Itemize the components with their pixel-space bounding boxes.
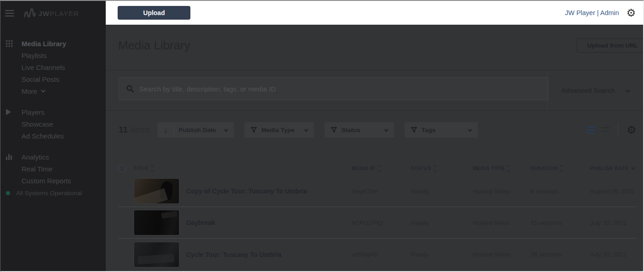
video-thumbnail[interactable] [134,178,179,204]
logo-text: JWPLAYER [38,10,79,17]
filter-media-type[interactable]: Media Type [244,122,314,138]
funnel-icon [331,127,337,133]
filter-tags[interactable]: Tags [405,122,478,138]
column-header-title[interactable]: TITLE [134,165,352,171]
page-title: Media Library [118,38,190,53]
media-publish-date: August 06, 2021 [590,188,636,195]
account-link[interactable]: JW Player | Admin [565,9,619,16]
media-id: uefGlgAB [352,251,411,258]
sort-control[interactable]: ↓ ↑ Publish Date [157,122,234,138]
media-type: Hosted Video [473,188,530,195]
media-publish-date: July 20, 2021 [590,251,636,258]
column-header-media-id[interactable]: MEDIA ID [352,165,411,171]
media-title[interactable]: Daybreak [186,219,352,226]
search-input[interactable] [139,85,541,93]
sort-carets-icon [434,165,436,171]
grid-icon [6,40,16,47]
sort-desc-chevron-icon [631,165,635,169]
funnel-icon [251,127,257,133]
sidebar-item-playlists[interactable]: Playlists [0,49,106,61]
items-count: 11 items [119,125,151,135]
table-row[interactable]: Copy of Cycle Tour: Tuscany To Umbria lV… [119,176,636,207]
play-icon [6,109,16,115]
media-status: Ready [411,188,473,195]
hamburger-menu-icon[interactable] [5,10,14,16]
sidebar-item-more[interactable]: More [0,85,106,97]
column-header-publish-date[interactable]: PUBLISH DATE [590,165,636,171]
search-box[interactable] [119,77,548,100]
sidebar-item-custom-reports[interactable]: Custom Reports [0,175,106,187]
main-area: Upload JW Player | Admin ⚙ Media Library… [106,1,643,271]
funnel-icon [411,127,417,133]
list-view-dense-icon[interactable] [587,127,595,133]
page-content-dimmed: Media Library Upload from URL Advanced S… [106,25,643,271]
media-status: Ready [411,251,473,258]
list-view-loose-icon[interactable] [601,127,610,133]
media-title[interactable]: Cycle Tour: Tuscany To Umbria [186,251,352,258]
media-id: lVeyK2rm [352,188,411,195]
topbar: Upload JW Player | Admin ⚙ [106,1,643,25]
table-settings-gear-icon[interactable]: ⚙ [627,125,636,135]
table-row[interactable]: Daybreak hCPOZPiQ Ready Hosted Video 15 … [119,207,636,239]
media-title[interactable]: Copy of Cycle Tour: Tuscany To Umbria [186,187,352,195]
app-window: JWPLAYER Media Library Playlists Live Ch… [0,0,644,272]
sidebar-item-label: Media Library [22,40,66,48]
media-publish-date: July 20, 2021 [590,219,636,226]
media-type: Hosted Video [473,251,530,258]
search-section: Advanced Search [106,70,643,111]
column-header-status[interactable]: STATUS [411,165,473,171]
chevron-down-icon [304,128,308,132]
divider [173,126,173,134]
status-dot-icon [6,191,10,195]
table-header-row: TITLE MEDIA ID STATUS MEDIA TYPE [119,161,636,176]
sidebar-item-real-time[interactable]: Real Time [0,163,106,175]
search-icon [126,85,134,92]
sidebar-item-players[interactable]: Players [0,106,106,118]
sidebar: JWPLAYER Media Library Playlists Live Ch… [0,1,106,271]
media-duration: 6 seconds [530,188,590,195]
chevron-down-icon [224,128,228,132]
sidebar-item-social-posts[interactable]: Social Posts [0,73,106,85]
sidebar-item-ad-schedules[interactable]: Ad Schedules [0,130,106,142]
media-duration: 26 seconds [530,251,590,258]
media-table: TITLE MEDIA ID STATUS MEDIA TYPE [106,161,643,270]
chevron-down-icon [468,128,472,132]
media-status: Ready [411,219,473,226]
sort-carets-icon [151,165,153,171]
table-row[interactable]: Cycle Tour: Tuscany To Umbria uefGlgAB R… [119,239,636,270]
column-header-media-type[interactable]: MEDIA TYPE [473,165,530,171]
video-thumbnail[interactable] [134,242,179,267]
filter-status[interactable]: Status [325,122,394,138]
sort-asc-arrow-icon: ↑ [167,127,170,133]
divider [618,123,618,137]
analytics-icon [6,154,16,160]
sort-carets-icon [508,165,510,171]
settings-gear-icon[interactable]: ⚙ [626,8,636,18]
sort-carets-icon [560,165,563,171]
select-all-checkbox[interactable] [119,165,125,172]
chevron-down-icon [41,88,46,93]
toolbar: 11 items ↓ ↑ Publish Date M [106,111,643,161]
system-status[interactable]: All Systems Operational [6,190,82,197]
jw-wave-icon [23,7,36,19]
sidebar-item-showcase[interactable]: Showcase [0,118,106,130]
sidebar-item-media-library[interactable]: Media Library [0,37,106,49]
sidebar-nav: Media Library Playlists Live Channels So… [0,37,106,187]
media-id: hCPOZPiQ [352,219,411,226]
sidebar-item-analytics[interactable]: Analytics [0,151,106,163]
jwplayer-logo: JWPLAYER [23,7,79,19]
page-header: Media Library Upload from URL [106,25,643,70]
advanced-search-toggle[interactable]: Advanced Search [547,70,643,110]
video-thumbnail[interactable] [134,210,179,235]
upload-from-url-button[interactable]: Upload from URL [577,38,643,53]
media-duration: 15 seconds [530,219,590,226]
column-header-duration[interactable]: DURATION [530,165,590,171]
chevron-down-icon [384,128,388,132]
sidebar-item-live-channels[interactable]: Live Channels [0,61,106,73]
upload-button[interactable]: Upload [118,6,190,20]
sort-carets-icon [378,165,380,171]
chevron-down-icon [626,88,630,93]
media-type: Hosted Video [473,219,530,226]
status-label: All Systems Operational [16,190,82,197]
